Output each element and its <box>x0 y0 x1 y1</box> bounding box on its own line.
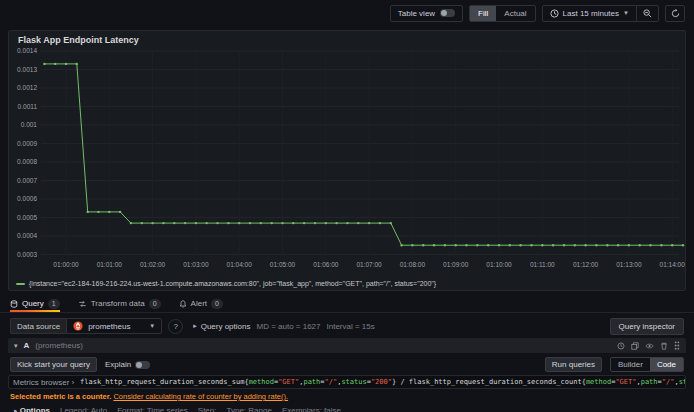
chevron-down-icon: ▼ <box>149 323 155 329</box>
fill-actual-group: Fill Actual <box>469 5 535 22</box>
builder-code-group: Builder Code <box>610 357 684 372</box>
drag-handle-icon[interactable] <box>674 341 680 350</box>
builder-button[interactable]: Builder <box>611 358 650 371</box>
query-options-label: Query options <box>201 322 251 331</box>
datasource-help-button[interactable]: ? <box>168 319 183 334</box>
zoom-out-button[interactable] <box>636 6 658 21</box>
legend-item[interactable]: {instance="ec2-184-169-216-224.us-west-1… <box>16 280 436 287</box>
tab-count-badge: 0 <box>211 299 223 309</box>
svg-text:01:03:00: 01:03:00 <box>183 261 209 268</box>
chevron-down-icon: ▼ <box>623 10 629 16</box>
magnifier-minus-icon <box>643 9 652 18</box>
option-type: Type: Range <box>227 406 272 412</box>
svg-text:0.0013: 0.0013 <box>17 66 37 73</box>
svg-text:01:11:00: 01:11:00 <box>530 261 555 268</box>
datasource-value: prometheus <box>88 322 130 331</box>
fill-button[interactable]: Fill <box>470 6 496 21</box>
transform-tab-icon <box>78 300 87 308</box>
tab-count-badge: 0 <box>149 299 161 309</box>
kick-start-button[interactable]: Kick start your query <box>10 357 97 372</box>
svg-text:01:00:00: 01:00:00 <box>53 261 79 268</box>
warning-text: Selected metric is a counter. <box>10 392 111 401</box>
svg-text:0.0012: 0.0012 <box>17 84 37 91</box>
refresh-icon <box>671 9 680 18</box>
eye-icon[interactable] <box>645 342 654 350</box>
datasource-label: Data source <box>10 318 66 334</box>
copy-icon[interactable] <box>631 342 639 350</box>
refresh-button[interactable] <box>665 5 685 22</box>
svg-text:01:04:00: 01:04:00 <box>227 261 253 268</box>
actual-button[interactable]: Actual <box>496 6 534 21</box>
promql-query-input[interactable]: flask_http_request_duration_seconds_sum{… <box>80 378 686 386</box>
run-queries-button[interactable]: Run queries <box>545 357 602 372</box>
svg-text:0.0006: 0.0006 <box>17 195 37 202</box>
query-options-toggle[interactable]: ▸ Query options <box>193 322 250 331</box>
svg-text:0.0004: 0.0004 <box>17 232 37 239</box>
latency-panel: Flask App Endpoint Latency 0.00140.00130… <box>8 30 686 291</box>
alert-bell-icon <box>179 300 187 308</box>
svg-text:0.0014: 0.0014 <box>17 47 37 54</box>
options-toggle[interactable]: ▸ Options <box>14 406 50 412</box>
metrics-browser-toggle[interactable]: Metrics browser › <box>13 378 74 387</box>
option-exemplars: Exemplars: false <box>282 406 341 412</box>
chevron-right-icon: ▸ <box>14 407 18 412</box>
history-icon[interactable] <box>617 342 625 350</box>
tab-query[interactable]: Query 1 <box>10 295 60 312</box>
svg-text:0.0008: 0.0008 <box>17 158 37 165</box>
table-view-label: Table view <box>398 9 435 18</box>
tab-count-badge: 1 <box>48 299 60 309</box>
options-label: Options <box>20 406 50 412</box>
query-options-interval: Interval = 15s <box>327 322 375 331</box>
svg-text:0.0007: 0.0007 <box>17 177 37 184</box>
query-toolbar-row: Kick start your query Explain Run querie… <box>8 353 686 375</box>
legend-label: {instance="ec2-184-169-216-224.us-west-1… <box>29 280 436 287</box>
time-range-label: Last 15 minutes <box>563 9 619 18</box>
query-tab-icon <box>10 300 18 308</box>
query-inspector-button[interactable]: Query inspector <box>610 318 684 335</box>
option-legend: Legend: Auto <box>60 406 107 412</box>
clock-icon <box>550 9 559 18</box>
latency-chart[interactable]: 0.00140.00130.00120.00110.0010.00090.000… <box>11 45 687 277</box>
explain-toggle[interactable] <box>135 361 150 369</box>
svg-text:01:08:00: 01:08:00 <box>400 261 426 268</box>
svg-text:0.0009: 0.0009 <box>17 140 37 147</box>
datasource-select[interactable]: prometheus ▼ <box>66 318 162 334</box>
explain-label: Explain <box>105 360 131 369</box>
explain-control: Explain <box>105 360 150 369</box>
svg-text:01:02:00: 01:02:00 <box>140 261 166 268</box>
svg-text:01:10:00: 01:10:00 <box>486 261 512 268</box>
query-ref-id: A <box>24 341 30 350</box>
query-row-header[interactable]: ▾ A (prometheus) <box>8 338 686 353</box>
svg-text:01:05:00: 01:05:00 <box>270 261 296 268</box>
question-icon: ? <box>173 322 177 331</box>
time-picker-group: Last 15 minutes ▼ <box>542 5 659 22</box>
metrics-browser-label: Metrics browser <box>13 378 69 387</box>
datasource-row: Data source prometheus ▼ ? ▸ Query optio… <box>0 316 694 336</box>
promql-editor-row: Metrics browser › flask_http_request_dur… <box>8 375 686 389</box>
svg-text:0.0011: 0.0011 <box>18 103 38 110</box>
collapse-chevron-icon[interactable]: ▾ <box>14 342 18 350</box>
chevron-right-icon: › <box>72 379 74 386</box>
query-options-footer: ▸ Options Legend: Auto Format: Time seri… <box>8 401 686 412</box>
trash-icon[interactable] <box>660 342 668 350</box>
query-datasource-hint: (prometheus) <box>35 341 83 350</box>
tab-transform-data[interactable]: Transform data 0 <box>78 295 161 312</box>
code-button[interactable]: Code <box>650 358 683 371</box>
time-range-picker[interactable]: Last 15 minutes ▼ <box>543 6 636 21</box>
table-view-control[interactable]: Table view <box>390 5 463 22</box>
chevron-right-icon: ▸ <box>193 322 197 330</box>
tab-label: Query <box>22 299 44 308</box>
table-view-toggle[interactable] <box>440 9 455 17</box>
svg-text:01:06:00: 01:06:00 <box>313 261 339 268</box>
tab-alert[interactable]: Alert 0 <box>179 295 223 312</box>
panel-editor-toolbar: Table view Fill Actual Last 15 minutes ▼ <box>0 0 694 26</box>
svg-text:01:14:00: 01:14:00 <box>660 261 686 268</box>
counter-warning: Selected metric is a counter. Consider c… <box>8 389 686 401</box>
svg-text:01:07:00: 01:07:00 <box>356 261 382 268</box>
svg-text:01:09:00: 01:09:00 <box>443 261 469 268</box>
prometheus-logo-icon <box>73 321 83 331</box>
rate-hint-link[interactable]: Consider calculating rate of counter by … <box>113 392 288 401</box>
svg-text:0.001: 0.001 <box>21 121 38 128</box>
svg-text:01:01:00: 01:01:00 <box>97 261 123 268</box>
query-editor: ▾ A (prometheus) <box>8 338 686 412</box>
